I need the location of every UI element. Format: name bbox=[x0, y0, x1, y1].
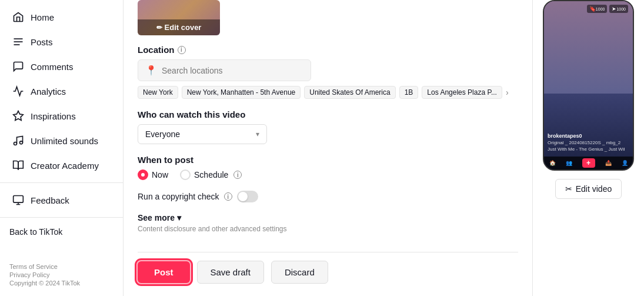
visibility-dropdown[interactable]: Everyone ▾ bbox=[138, 124, 267, 144]
when-to-post-label: When to post bbox=[138, 155, 518, 165]
see-more-section: See more ▾ Content disclosure and other … bbox=[138, 213, 518, 233]
sidebar-item-analytics[interactable]: Analytics bbox=[2, 79, 121, 104]
edit-video-button[interactable]: ✂ Edit video bbox=[555, 179, 622, 199]
main-content: ✏ Edit cover Location i 📍 New York New Y… bbox=[124, 0, 532, 296]
analytics-icon bbox=[12, 85, 25, 98]
chevron-down-icon: ▾ bbox=[256, 130, 259, 138]
sidebar-footer: Terms of Service Privacy Policy Copyrigh… bbox=[0, 258, 123, 291]
pencil-icon: ✏ bbox=[156, 24, 162, 32]
phone-preview: 🔖 1000 ➤ 1000 brokentapes0 Original _ 20… bbox=[543, 0, 634, 171]
action-buttons: Post Save draft Discard bbox=[138, 261, 518, 284]
location-info-icon[interactable]: i bbox=[178, 46, 186, 54]
now-radio[interactable] bbox=[138, 169, 148, 180]
phone-nav-plus: + bbox=[582, 158, 595, 168]
svg-rect-6 bbox=[14, 196, 24, 203]
sidebar-divider bbox=[0, 182, 123, 183]
location-section: Location i 📍 New York New York, Manhatte… bbox=[138, 45, 518, 99]
copyright-info-icon[interactable]: i bbox=[224, 192, 232, 201]
phone-desc-line2: Just With Me - The Genius _ Just Wil bbox=[548, 147, 629, 152]
sidebar-item-label-posts: Posts bbox=[31, 37, 53, 47]
svg-point-4 bbox=[14, 142, 17, 145]
phone-top-bar: 🔖 1000 ➤ 1000 bbox=[587, 5, 628, 13]
location-tag-la[interactable]: Los Angeles Plaza P... bbox=[422, 86, 502, 99]
now-label: Now bbox=[152, 170, 168, 179]
copyright-text: Copyright © 2024 TikTok bbox=[9, 280, 80, 287]
phone-username: brokentapes0 bbox=[548, 133, 629, 139]
save-draft-button[interactable]: Save draft bbox=[197, 261, 264, 284]
sidebar-item-unlimited-sounds[interactable]: Unlimited sounds bbox=[2, 128, 121, 153]
scissors-icon: ✂ bbox=[565, 184, 572, 194]
sidebar-item-label-creator: Creator Academy bbox=[31, 161, 99, 171]
svg-point-5 bbox=[20, 141, 23, 144]
back-to-tiktok[interactable]: Back to TikTok bbox=[0, 222, 123, 241]
now-option[interactable]: Now bbox=[138, 169, 168, 180]
who-can-watch-section: Who can watch this video Everyone ▾ bbox=[138, 109, 518, 144]
sidebar-item-label-sounds: Unlimited sounds bbox=[31, 136, 98, 146]
location-search-input[interactable] bbox=[162, 66, 303, 75]
location-tags: New York New York, Manhatten - 5th Avenu… bbox=[138, 86, 518, 99]
phone-video-bg: 🔖 1000 ➤ 1000 brokentapes0 Original _ 20… bbox=[544, 1, 633, 169]
sidebar-divider-2 bbox=[0, 217, 123, 218]
phone-nav-friends: 👥 bbox=[566, 160, 572, 166]
sidebar-item-label-feedback: Feedback bbox=[31, 195, 69, 205]
sidebar-item-comments[interactable]: Comments bbox=[2, 54, 121, 79]
location-search-box[interactable]: 📍 bbox=[138, 59, 311, 81]
copyright-row: Run a copyright check i bbox=[138, 191, 518, 202]
schedule-info-icon[interactable]: i bbox=[233, 171, 242, 179]
phone-desc-line1: Original _ 20240815220S _ mbg_2 bbox=[548, 140, 629, 145]
preview-panel: 🔖 1000 ➤ 1000 brokentapes0 Original _ 20… bbox=[532, 0, 644, 296]
post-timing-group: Now Schedule i bbox=[138, 169, 518, 180]
schedule-radio[interactable] bbox=[180, 169, 191, 180]
sounds-icon bbox=[12, 134, 25, 147]
sidebar: Home Posts Comments Analytics Inspiratio… bbox=[0, 0, 124, 296]
phone-nav-home: 🏠 bbox=[549, 160, 556, 166]
who-can-watch-label: Who can watch this video bbox=[138, 109, 518, 119]
location-tag-1b[interactable]: 1B bbox=[399, 86, 419, 99]
schedule-label: Schedule bbox=[194, 170, 228, 179]
inspirations-icon bbox=[12, 109, 25, 122]
schedule-option[interactable]: Schedule i bbox=[180, 169, 242, 180]
see-more-button[interactable]: See more ▾ bbox=[138, 213, 518, 222]
svg-marker-3 bbox=[14, 111, 24, 121]
terms-of-service-link[interactable]: Terms of Service bbox=[9, 263, 114, 270]
posts-icon bbox=[12, 35, 25, 48]
when-to-post-section: When to post Now Schedule i bbox=[138, 155, 518, 180]
location-label: Location i bbox=[138, 45, 518, 55]
location-tag-new-york[interactable]: New York bbox=[138, 86, 178, 99]
sidebar-item-label-home: Home bbox=[31, 12, 54, 22]
comments-icon bbox=[12, 60, 25, 73]
sidebar-item-home[interactable]: Home bbox=[2, 5, 121, 29]
copyright-section: Run a copyright check i bbox=[138, 191, 518, 202]
pin-icon: 📍 bbox=[145, 65, 157, 76]
copyright-label: Run a copyright check bbox=[138, 192, 219, 201]
sidebar-item-label-analytics: Analytics bbox=[31, 87, 66, 97]
phone-bottom-info: brokentapes0 Original _ 20240815220S _ m… bbox=[544, 133, 633, 152]
feedback-icon bbox=[12, 194, 25, 207]
phone-share: ➤ 1000 bbox=[609, 5, 628, 13]
privacy-policy-link[interactable]: Privacy Policy bbox=[9, 271, 114, 278]
sidebar-item-feedback[interactable]: Feedback bbox=[2, 188, 121, 212]
phone-nav-inbox: 📥 bbox=[605, 160, 612, 166]
creator-icon bbox=[12, 159, 25, 172]
discard-button[interactable]: Discard bbox=[271, 261, 328, 284]
edit-cover-button[interactable]: ✏ Edit cover bbox=[138, 19, 220, 35]
copyright-toggle[interactable] bbox=[237, 191, 258, 202]
action-divider bbox=[138, 252, 518, 252]
location-tag-united-skates[interactable]: United Skates Of America bbox=[304, 86, 395, 99]
visibility-value: Everyone bbox=[145, 129, 180, 139]
sidebar-item-label-inspirations: Inspirations bbox=[31, 111, 76, 121]
tags-more-button[interactable]: › bbox=[506, 88, 509, 97]
location-tag-manhattan[interactable]: New York, Manhatten - 5th Avenue bbox=[182, 86, 301, 99]
phone-nav-bar: 🏠 👥 + 📥 👤 bbox=[544, 157, 633, 169]
sidebar-item-creator-academy[interactable]: Creator Academy bbox=[2, 153, 121, 178]
see-more-subtitle: Content disclosure and other advanced se… bbox=[138, 225, 518, 233]
chevron-down-see-more-icon: ▾ bbox=[177, 213, 181, 222]
cover-area: ✏ Edit cover bbox=[138, 0, 220, 35]
post-button[interactable]: Post bbox=[138, 261, 190, 283]
phone-nav-profile: 👤 bbox=[622, 160, 628, 166]
sidebar-item-posts[interactable]: Posts bbox=[2, 29, 121, 54]
home-icon bbox=[12, 11, 25, 24]
sidebar-item-inspirations[interactable]: Inspirations bbox=[2, 104, 121, 128]
sidebar-item-label-comments: Comments bbox=[31, 62, 74, 72]
phone-bookmark: 🔖 1000 bbox=[587, 5, 608, 13]
